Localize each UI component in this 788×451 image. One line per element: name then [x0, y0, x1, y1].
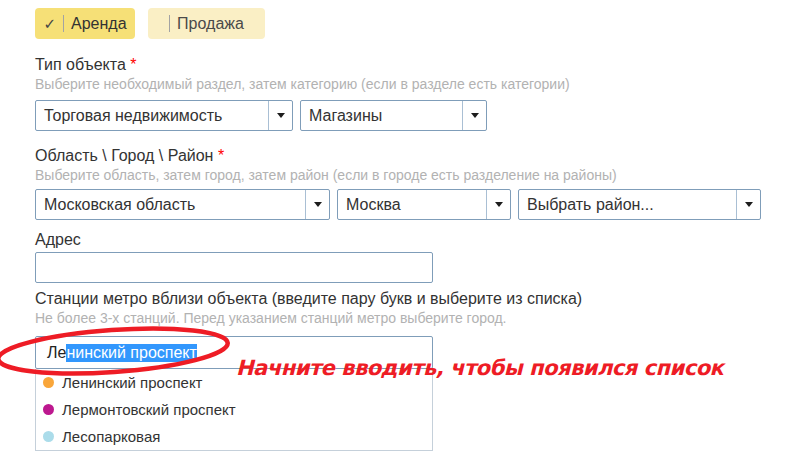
object-type-section: Тип объекта * Выберите необходимый разде… [35, 56, 788, 131]
tab-divider [169, 15, 170, 32]
location-row: Московская область Москва Выбрать район.… [35, 189, 788, 220]
required-asterisk: * [218, 147, 224, 164]
section-select[interactable]: Торговая недвижимость [35, 100, 293, 131]
deal-type-tabs: ✓ Аренда Продажа [35, 8, 788, 39]
suggestion-label: Лермонтовский проспект [62, 401, 236, 418]
location-label-text: Область \ Город \ Район [35, 147, 213, 164]
object-type-label-text: Тип объекта [35, 56, 126, 73]
object-type-hint: Выберите необходимый раздел, затем катег… [35, 76, 788, 93]
region-select-value: Московская область [44, 196, 195, 214]
object-type-row: Торговая недвижимость Магазины [35, 100, 788, 131]
location-section: Область \ Город \ Район * Выберите облас… [35, 147, 788, 220]
checkmark-icon: ✓ [43, 15, 56, 33]
tab-arenda[interactable]: ✓ Аренда [35, 8, 135, 39]
chevron-down-icon [462, 101, 486, 130]
metro-line-dot-icon [43, 377, 54, 388]
metro-hint: Не более 3-х станций. Перед указанием ст… [35, 310, 788, 327]
tab-prodazha[interactable]: Продажа [148, 8, 265, 39]
tab-divider [63, 15, 64, 32]
chevron-down-icon [486, 190, 510, 219]
suggestion-label: Ленинский проспект [62, 374, 203, 391]
location-hint: Выберите область, затем город, затем рай… [35, 167, 788, 184]
section-select-value: Торговая недвижимость [44, 107, 222, 125]
required-asterisk: * [130, 56, 136, 73]
metro-section: Станции метро вблизи объекта (введите па… [35, 290, 788, 451]
city-select-value: Москва [346, 196, 401, 214]
category-select[interactable]: Магазины [300, 100, 487, 131]
list-item[interactable]: Ленинский проспект [36, 369, 432, 396]
district-select[interactable]: Выбрать район... [518, 189, 761, 220]
address-input[interactable] [35, 252, 433, 283]
address-section: Адрес [35, 231, 788, 283]
district-select-value: Выбрать район... [527, 196, 654, 214]
list-item[interactable]: Лермонтовский проспект [36, 396, 432, 423]
tab-prodazha-label: Продажа [177, 15, 244, 33]
chevron-down-icon [268, 101, 292, 130]
metro-suggestion-list: Ленинский проспект Лермонтовский проспек… [35, 369, 433, 451]
metro-input-text: Ле [47, 344, 66, 362]
city-select[interactable]: Москва [337, 189, 511, 220]
chevron-down-icon [736, 190, 760, 219]
listing-form: ✓ Аренда Продажа Тип объекта * Выберите … [0, 0, 788, 451]
metro-input[interactable]: Ленинский проспект [35, 336, 433, 369]
metro-label: Станции метро вблизи объекта (введите па… [35, 290, 788, 308]
list-item[interactable]: Лесопарковая [36, 423, 432, 450]
metro-line-dot-icon [43, 431, 54, 442]
metro-line-dot-icon [43, 404, 54, 415]
tab-arenda-label: Аренда [71, 15, 127, 33]
region-select[interactable]: Московская область [35, 189, 330, 220]
metro-input-selected-text: нинский проспект [66, 344, 196, 362]
suggestion-label: Лесопарковая [62, 428, 160, 445]
object-type-label: Тип объекта * [35, 56, 788, 74]
address-label: Адрес [35, 231, 788, 249]
chevron-down-icon [305, 190, 329, 219]
location-label: Область \ Город \ Район * [35, 147, 788, 165]
category-select-value: Магазины [309, 107, 382, 125]
